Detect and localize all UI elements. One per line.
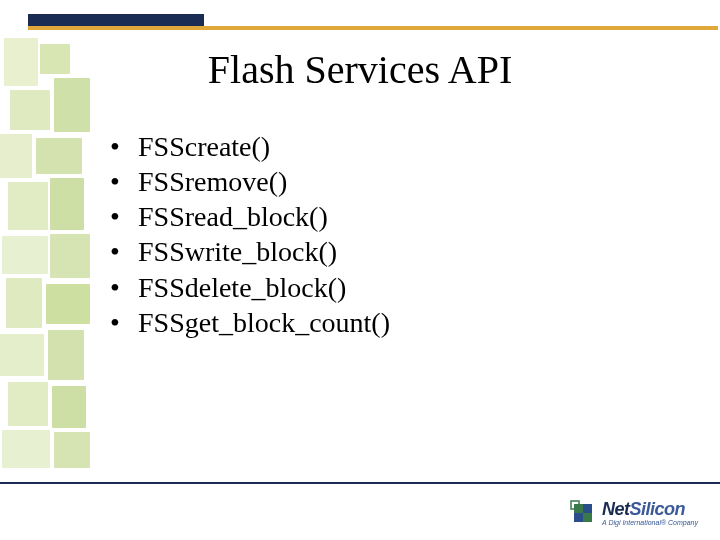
brand-tagline: A Digi International® Company: [602, 519, 698, 526]
decor-block: [50, 178, 84, 230]
top-accent-bar-gold: [28, 26, 718, 30]
decor-block: [6, 278, 42, 328]
brand-name-part1: Net: [602, 499, 630, 519]
netsilicon-logo-icon: [570, 500, 596, 526]
decor-block: [0, 134, 32, 178]
decor-block: [8, 182, 48, 230]
decor-block: [48, 330, 84, 380]
list-item: FSSremove(): [110, 165, 630, 199]
decor-block: [54, 432, 90, 468]
list-item: FSSdelete_block(): [110, 271, 630, 305]
brand-name-part2: Silicon: [630, 499, 686, 519]
list-item: FSScreate(): [110, 130, 630, 164]
decor-block: [0, 334, 44, 376]
page-title: Flash Services API: [0, 46, 720, 93]
bullet-list: FSScreate()FSSremove()FSSread_block()FSS…: [110, 130, 630, 341]
brand-name: NetSilicon: [602, 500, 698, 518]
top-accent-bar-dark: [28, 14, 204, 26]
list-item: FSSread_block(): [110, 200, 630, 234]
decor-block: [36, 138, 82, 174]
footer-rule: [0, 482, 720, 484]
decor-block: [50, 234, 90, 278]
list-item: FSSget_block_count(): [110, 306, 630, 340]
decor-block: [52, 386, 86, 428]
decor-block: [10, 90, 50, 130]
list-item: FSSwrite_block(): [110, 235, 630, 269]
slide: Flash Services API FSScreate()FSSremove(…: [0, 0, 720, 540]
left-decor-column: [0, 38, 108, 470]
decor-block: [8, 382, 48, 426]
decor-block: [2, 430, 50, 468]
decor-block: [2, 236, 48, 274]
brand-text: NetSilicon A Digi International® Company: [602, 500, 698, 526]
decor-block: [46, 284, 90, 324]
footer-logo: NetSilicon A Digi International® Company: [570, 500, 698, 526]
